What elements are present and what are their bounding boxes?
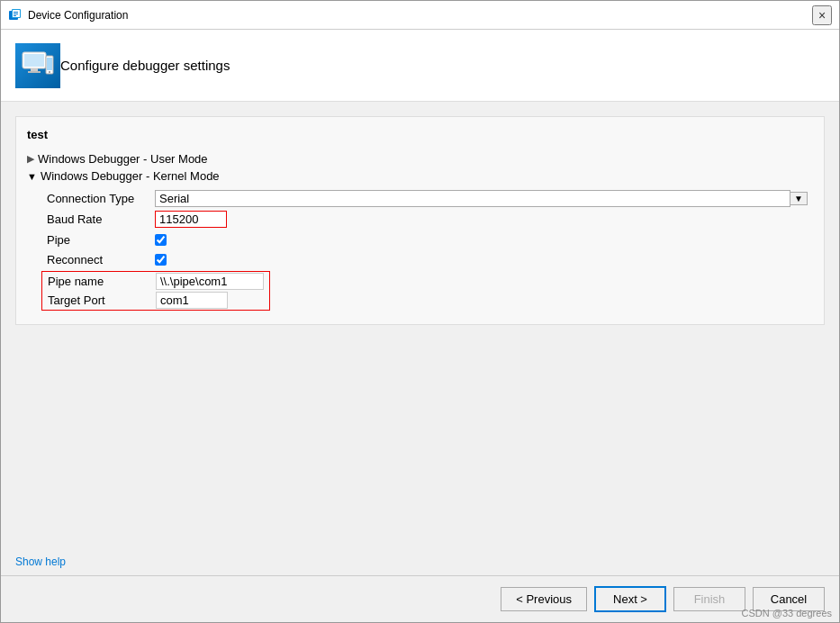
prop-value-reconnect-cell: [149, 249, 813, 269]
tree-label-kernel-mode: Windows Debugger - Kernel Mode: [41, 169, 220, 183]
arrow-icon-user-mode: ▶: [27, 153, 34, 165]
prop-value-connection-type: Serial ▼: [149, 188, 813, 209]
prop-row-connection-type: Connection Type Serial ▼: [41, 188, 813, 209]
header: Configure debugger settings: [1, 30, 839, 102]
pipe-name-row: Pipe name \\.\pipe\com1: [42, 272, 269, 291]
reconnect-checkbox[interactable]: [155, 254, 167, 266]
svg-rect-3: [14, 12, 18, 13]
target-port-row: Target Port com1: [42, 291, 269, 310]
panel-title: test: [27, 128, 813, 141]
pipe-name-label: Pipe name: [42, 272, 150, 291]
window-title: Device Configuration: [28, 9, 812, 22]
prop-row-reconnect: Reconnect: [41, 249, 813, 269]
tree-item-user-mode[interactable]: ▶ Windows Debugger - User Mode: [27, 150, 813, 167]
target-port-label: Target Port: [42, 291, 150, 310]
baud-rate-input[interactable]: 115200: [155, 211, 227, 228]
prop-value-baud-rate-cell: 115200: [149, 209, 813, 230]
device-icon: [15, 43, 60, 88]
previous-button[interactable]: < Previous: [501, 587, 587, 611]
footer-buttons: < Previous Next > Finish Cancel: [1, 575, 839, 622]
title-bar: Device Configuration ×: [1, 1, 839, 30]
pipe-checkbox[interactable]: [155, 234, 167, 246]
target-port-input[interactable]: com1: [156, 292, 228, 309]
kernel-mode-properties: Connection Type Serial ▼ Baud Rate: [27, 188, 813, 313]
footer-links: Show help: [1, 547, 839, 575]
finish-button[interactable]: Finish: [673, 587, 745, 611]
prop-row-pipe: Pipe: [41, 230, 813, 249]
pipe-name-value-cell: \\.\pipe\com1: [150, 272, 269, 291]
close-button[interactable]: ×: [812, 5, 832, 25]
svg-rect-9: [28, 71, 41, 73]
svg-rect-8: [31, 68, 38, 71]
prop-label-reconnect: Reconnect: [41, 249, 149, 269]
tree-label-user-mode: Windows Debugger - User Mode: [38, 152, 208, 166]
property-table: Connection Type Serial ▼ Baud Rate: [41, 188, 813, 269]
device-configuration-window: Device Configuration × Configure debugge…: [0, 0, 840, 623]
target-port-value-cell: com1: [150, 291, 269, 310]
next-button[interactable]: Next >: [594, 586, 666, 612]
pipe-name-section: Pipe name \\.\pipe\com1 Target Port com1: [41, 271, 270, 311]
pipe-inner-table: Pipe name \\.\pipe\com1 Target Port com1: [42, 272, 269, 310]
tree-item-kernel-mode[interactable]: ▼ Windows Debugger - Kernel Mode: [27, 167, 813, 185]
prop-label-baud-rate: Baud Rate: [41, 209, 149, 230]
svg-point-12: [49, 71, 50, 73]
prop-value-pipe-cell: [149, 230, 813, 249]
svg-rect-4: [14, 14, 18, 14]
pipe-name-input[interactable]: \\.\pipe\com1: [156, 273, 264, 290]
window-icon: [8, 8, 23, 23]
watermark: CSDN @33 degrees: [742, 608, 832, 618]
dropdown-arrow-icon[interactable]: ▼: [790, 192, 808, 205]
svg-rect-5: [14, 15, 16, 16]
main-content: test ▶ Windows Debugger - User Mode ▼ Wi…: [1, 102, 839, 547]
prop-row-baud-rate: Baud Rate 115200: [41, 209, 813, 230]
svg-rect-7: [24, 54, 44, 67]
show-help-link[interactable]: Show help: [15, 555, 66, 568]
config-panel: test ▶ Windows Debugger - User Mode ▼ Wi…: [15, 116, 825, 325]
header-title: Configure debugger settings: [60, 58, 230, 73]
prop-label-pipe: Pipe: [41, 230, 149, 249]
arrow-icon-kernel-mode: ▼: [27, 171, 37, 182]
connection-type-display: Serial: [155, 190, 790, 207]
prop-label-connection-type: Connection Type: [41, 188, 149, 209]
svg-rect-11: [47, 58, 52, 70]
